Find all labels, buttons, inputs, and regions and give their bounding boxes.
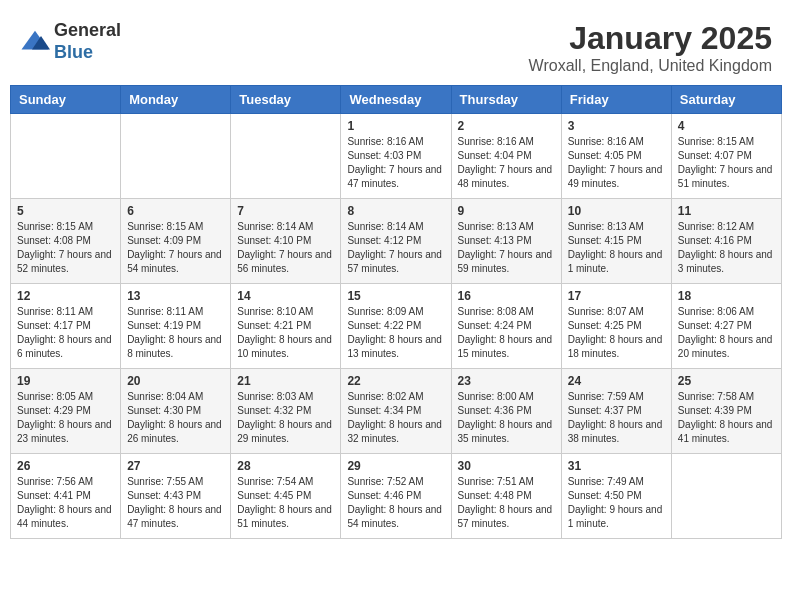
calendar-cell: 7Sunrise: 8:14 AMSunset: 4:10 PMDaylight… [231,199,341,284]
calendar-cell: 26Sunrise: 7:56 AMSunset: 4:41 PMDayligh… [11,454,121,539]
day-number: 7 [237,204,334,218]
day-number: 29 [347,459,444,473]
day-number: 15 [347,289,444,303]
calendar-cell: 5Sunrise: 8:15 AMSunset: 4:08 PMDaylight… [11,199,121,284]
day-info: Sunrise: 7:49 AMSunset: 4:50 PMDaylight:… [568,475,665,531]
header: General Blue January 2025 Wroxall, Engla… [10,10,782,80]
calendar-cell: 14Sunrise: 8:10 AMSunset: 4:21 PMDayligh… [231,284,341,369]
month-title: January 2025 [529,20,772,57]
day-info: Sunrise: 7:58 AMSunset: 4:39 PMDaylight:… [678,390,775,446]
day-number: 30 [458,459,555,473]
calendar-cell: 4Sunrise: 8:15 AMSunset: 4:07 PMDaylight… [671,114,781,199]
calendar-header-saturday: Saturday [671,86,781,114]
day-number: 27 [127,459,224,473]
calendar-header-friday: Friday [561,86,671,114]
day-number: 31 [568,459,665,473]
calendar-cell: 20Sunrise: 8:04 AMSunset: 4:30 PMDayligh… [121,369,231,454]
calendar-header-sunday: Sunday [11,86,121,114]
calendar-cell: 28Sunrise: 7:54 AMSunset: 4:45 PMDayligh… [231,454,341,539]
calendar-cell: 15Sunrise: 8:09 AMSunset: 4:22 PMDayligh… [341,284,451,369]
day-info: Sunrise: 7:59 AMSunset: 4:37 PMDaylight:… [568,390,665,446]
calendar-header-monday: Monday [121,86,231,114]
calendar-cell: 24Sunrise: 7:59 AMSunset: 4:37 PMDayligh… [561,369,671,454]
calendar-cell: 23Sunrise: 8:00 AMSunset: 4:36 PMDayligh… [451,369,561,454]
day-info: Sunrise: 7:51 AMSunset: 4:48 PMDaylight:… [458,475,555,531]
calendar-cell: 18Sunrise: 8:06 AMSunset: 4:27 PMDayligh… [671,284,781,369]
day-info: Sunrise: 8:15 AMSunset: 4:07 PMDaylight:… [678,135,775,191]
calendar-cell: 13Sunrise: 8:11 AMSunset: 4:19 PMDayligh… [121,284,231,369]
day-number: 14 [237,289,334,303]
logo: General Blue [20,20,121,63]
calendar-cell: 30Sunrise: 7:51 AMSunset: 4:48 PMDayligh… [451,454,561,539]
calendar-cell: 8Sunrise: 8:14 AMSunset: 4:12 PMDaylight… [341,199,451,284]
calendar-header-thursday: Thursday [451,86,561,114]
day-info: Sunrise: 8:00 AMSunset: 4:36 PMDaylight:… [458,390,555,446]
day-number: 19 [17,374,114,388]
calendar-cell: 31Sunrise: 7:49 AMSunset: 4:50 PMDayligh… [561,454,671,539]
calendar-cell: 6Sunrise: 8:15 AMSunset: 4:09 PMDaylight… [121,199,231,284]
calendar-header-wednesday: Wednesday [341,86,451,114]
day-info: Sunrise: 8:10 AMSunset: 4:21 PMDaylight:… [237,305,334,361]
calendar-week-5: 26Sunrise: 7:56 AMSunset: 4:41 PMDayligh… [11,454,782,539]
day-info: Sunrise: 8:11 AMSunset: 4:17 PMDaylight:… [17,305,114,361]
location: Wroxall, England, United Kingdom [529,57,772,75]
day-number: 28 [237,459,334,473]
day-info: Sunrise: 8:09 AMSunset: 4:22 PMDaylight:… [347,305,444,361]
logo-general: General [54,20,121,40]
day-info: Sunrise: 8:04 AMSunset: 4:30 PMDaylight:… [127,390,224,446]
calendar-week-2: 5Sunrise: 8:15 AMSunset: 4:08 PMDaylight… [11,199,782,284]
calendar-cell: 17Sunrise: 8:07 AMSunset: 4:25 PMDayligh… [561,284,671,369]
day-info: Sunrise: 8:14 AMSunset: 4:10 PMDaylight:… [237,220,334,276]
calendar-cell: 3Sunrise: 8:16 AMSunset: 4:05 PMDaylight… [561,114,671,199]
day-info: Sunrise: 8:14 AMSunset: 4:12 PMDaylight:… [347,220,444,276]
day-number: 9 [458,204,555,218]
day-number: 23 [458,374,555,388]
calendar-header-row: SundayMondayTuesdayWednesdayThursdayFrid… [11,86,782,114]
day-info: Sunrise: 8:06 AMSunset: 4:27 PMDaylight:… [678,305,775,361]
day-number: 21 [237,374,334,388]
day-number: 8 [347,204,444,218]
calendar-cell: 25Sunrise: 7:58 AMSunset: 4:39 PMDayligh… [671,369,781,454]
calendar-cell: 22Sunrise: 8:02 AMSunset: 4:34 PMDayligh… [341,369,451,454]
day-info: Sunrise: 7:55 AMSunset: 4:43 PMDaylight:… [127,475,224,531]
calendar-cell: 19Sunrise: 8:05 AMSunset: 4:29 PMDayligh… [11,369,121,454]
calendar-cell: 21Sunrise: 8:03 AMSunset: 4:32 PMDayligh… [231,369,341,454]
calendar-cell: 12Sunrise: 8:11 AMSunset: 4:17 PMDayligh… [11,284,121,369]
day-info: Sunrise: 8:03 AMSunset: 4:32 PMDaylight:… [237,390,334,446]
day-number: 5 [17,204,114,218]
day-info: Sunrise: 8:15 AMSunset: 4:09 PMDaylight:… [127,220,224,276]
calendar-cell: 2Sunrise: 8:16 AMSunset: 4:04 PMDaylight… [451,114,561,199]
day-info: Sunrise: 8:15 AMSunset: 4:08 PMDaylight:… [17,220,114,276]
day-info: Sunrise: 7:52 AMSunset: 4:46 PMDaylight:… [347,475,444,531]
logo-blue: Blue [54,42,93,62]
calendar-cell: 10Sunrise: 8:13 AMSunset: 4:15 PMDayligh… [561,199,671,284]
calendar-cell: 29Sunrise: 7:52 AMSunset: 4:46 PMDayligh… [341,454,451,539]
day-number: 4 [678,119,775,133]
day-number: 22 [347,374,444,388]
day-info: Sunrise: 8:12 AMSunset: 4:16 PMDaylight:… [678,220,775,276]
day-number: 3 [568,119,665,133]
day-info: Sunrise: 8:13 AMSunset: 4:15 PMDaylight:… [568,220,665,276]
day-info: Sunrise: 8:16 AMSunset: 4:03 PMDaylight:… [347,135,444,191]
title-area: January 2025 Wroxall, England, United Ki… [529,20,772,75]
calendar-cell [11,114,121,199]
day-number: 13 [127,289,224,303]
calendar-header-tuesday: Tuesday [231,86,341,114]
day-number: 20 [127,374,224,388]
day-number: 11 [678,204,775,218]
calendar-cell [231,114,341,199]
day-info: Sunrise: 7:56 AMSunset: 4:41 PMDaylight:… [17,475,114,531]
calendar-cell: 11Sunrise: 8:12 AMSunset: 4:16 PMDayligh… [671,199,781,284]
day-info: Sunrise: 8:16 AMSunset: 4:04 PMDaylight:… [458,135,555,191]
day-info: Sunrise: 8:11 AMSunset: 4:19 PMDaylight:… [127,305,224,361]
day-number: 6 [127,204,224,218]
day-number: 17 [568,289,665,303]
day-number: 12 [17,289,114,303]
calendar-cell [671,454,781,539]
day-info: Sunrise: 8:13 AMSunset: 4:13 PMDaylight:… [458,220,555,276]
calendar-week-4: 19Sunrise: 8:05 AMSunset: 4:29 PMDayligh… [11,369,782,454]
logo-text: General Blue [54,20,121,63]
calendar-cell: 1Sunrise: 8:16 AMSunset: 4:03 PMDaylight… [341,114,451,199]
calendar-week-3: 12Sunrise: 8:11 AMSunset: 4:17 PMDayligh… [11,284,782,369]
day-number: 18 [678,289,775,303]
